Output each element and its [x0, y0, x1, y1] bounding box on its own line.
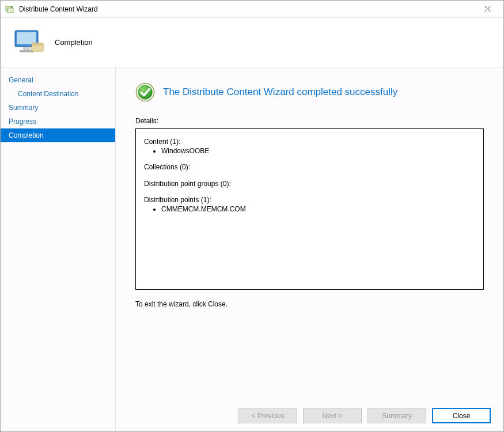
details-dp-heading: Distribution points (1): — [144, 195, 475, 204]
svg-rect-6 — [23, 47, 30, 50]
previous-button: < Previous — [238, 408, 297, 423]
svg-rect-5 — [17, 32, 36, 44]
sidebar-item-content-destination[interactable]: Content Destination — [1, 87, 115, 101]
window-title: Distribute Content Wizard — [19, 5, 476, 13]
details-dpgroups-group: Distribution point groups (0): — [144, 179, 475, 188]
success-check-icon — [135, 82, 155, 102]
details-dp-group: Distribution points (1): CMMEMCM.MEMCM.C… — [144, 195, 475, 214]
wizard-header: Completion — [1, 18, 503, 67]
close-button[interactable]: Close — [432, 408, 491, 423]
svg-rect-1 — [7, 8, 13, 13]
sidebar-item-general[interactable]: General — [1, 73, 115, 87]
details-label: Details: — [135, 117, 484, 125]
details-content-item: WindowsOOBE — [161, 146, 475, 156]
svg-rect-9 — [32, 43, 43, 46]
status-message: The Distribute Content Wizard completed … — [163, 86, 397, 98]
close-icon[interactable] — [476, 1, 499, 17]
wizard-window: Distribute Content Wizard Completion Gen… — [0, 0, 504, 432]
app-icon — [5, 5, 14, 14]
sidebar: General Content Destination Summary Prog… — [1, 67, 116, 431]
summary-button: Summary — [367, 408, 426, 423]
details-content-group: Content (1): WindowsOOBE — [144, 137, 475, 156]
details-collections-heading: Collections (0): — [144, 162, 475, 172]
main-panel: The Distribute Content Wizard completed … — [116, 67, 503, 431]
details-dpgroups-heading: Distribution point groups (0): — [144, 179, 475, 188]
monitor-icon — [12, 28, 44, 57]
svg-point-12 — [138, 85, 153, 100]
details-dp-item: CMMEMCM.MEMCM.COM — [161, 204, 475, 214]
sidebar-item-summary[interactable]: Summary — [1, 101, 115, 115]
status-row: The Distribute Content Wizard completed … — [135, 82, 484, 102]
details-content-heading: Content (1): — [144, 137, 475, 146]
button-bar: < Previous Next > Summary Close — [1, 408, 503, 423]
sidebar-item-completion[interactable]: Completion — [1, 128, 115, 142]
next-button: Next > — [303, 408, 362, 423]
exit-instruction: To exit the wizard, click Close. — [135, 300, 484, 308]
details-box: Content (1): WindowsOOBE Collections (0)… — [135, 128, 484, 290]
svg-rect-7 — [20, 50, 33, 52]
details-collections-group: Collections (0): — [144, 162, 475, 172]
page-title: Completion — [55, 38, 93, 47]
wizard-body: General Content Destination Summary Prog… — [1, 67, 503, 431]
titlebar: Distribute Content Wizard — [1, 1, 503, 18]
sidebar-item-progress[interactable]: Progress — [1, 115, 115, 128]
